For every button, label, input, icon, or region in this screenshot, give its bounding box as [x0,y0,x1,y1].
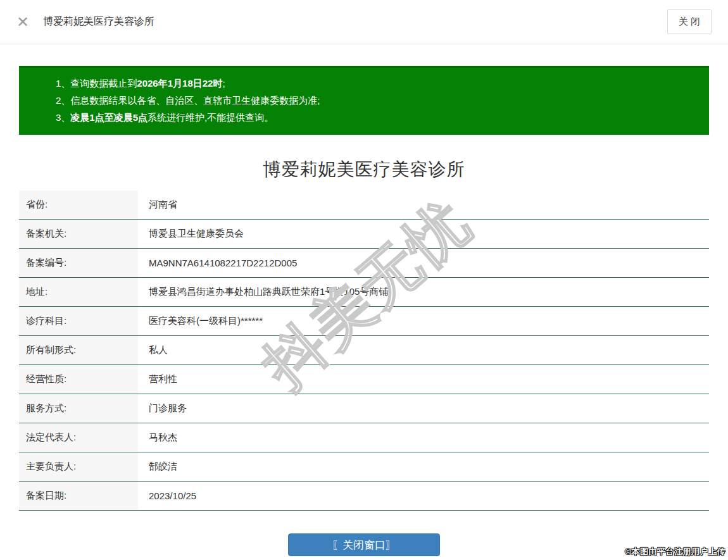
notice-line-2: 2、信息数据结果以各省、自治区、直辖市卫生健康委数据为准; [56,92,696,109]
row-label: 省份: [19,190,138,219]
notice-line-1-bold: 2026年1月18日22时 [137,78,222,89]
row-label: 主要负责人: [19,452,138,481]
notice-line-1-text: 查询数据截止到 [70,78,137,89]
notice-line-3-post: 系统进行维护,不能提供查询。 [147,112,273,123]
row-value: 郜皎洁 [138,461,709,473]
row-label: 备案日期: [19,482,138,510]
table-row-filing-number: 备案编号: MA9NN7A6141082217D2212D005 [19,249,709,278]
notice-line-1: 1、查询数据截止到2026年1月18日22时; [56,75,696,92]
table-row-business-nature: 经营性质: 营利性 [19,365,709,394]
table-row-legal-representative: 法定代表人: 马秋杰 [19,423,709,452]
row-value: 河南省 [138,199,709,211]
row-value: 私人 [138,344,709,356]
notice-line-2-text: 信息数据结果以各省、自治区、直辖市卫生健康委数据为准; [70,95,320,106]
row-label: 地址: [19,278,138,306]
table-row-province: 省份: 河南省 [19,190,709,220]
row-label: 服务方式: [19,394,138,423]
row-label: 经营性质: [19,365,138,394]
close-window-button[interactable]: 〖关闭窗口〗 [288,533,440,556]
row-label: 所有制形式: [19,336,138,364]
row-value: 马秋杰 [138,432,709,444]
notice-line-1-num: 1、 [56,78,70,89]
notice-line-3: 3、凌晨1点至凌晨5点系统进行维护,不能提供查询。 [56,109,696,126]
row-label: 备案机关: [19,220,138,248]
row-value: 营利性 [138,373,709,385]
row-label: 诊疗科目: [19,307,138,335]
notice-banner: 1、查询数据截止到2026年1月18日22时; 2、信息数据结果以各省、自治区、… [19,66,709,135]
row-value: 2023/10/25 [138,490,709,501]
notice-line-3-num: 3、 [56,112,70,123]
table-row-filing-date: 备案日期: 2023/10/25 [19,482,709,511]
row-label: 备案编号: [19,249,138,277]
table-row-service-mode: 服务方式: 门诊服务 [19,394,709,423]
row-value: MA9NN7A6141082217D2212D005 [138,258,709,268]
table-row-departments: 诊疗科目: 医疗美容科(一级科目)****** [19,307,709,336]
notice-line-2-num: 2、 [56,95,70,106]
notice-line-3-bold: 凌晨1点至凌晨5点 [70,112,147,123]
row-value: 博爱县卫生健康委员会 [138,228,709,240]
window-title: 博爱莉妮美医疗美容诊所 [43,15,667,28]
table-row-ownership: 所有制形式: 私人 [19,336,709,365]
record-table: 省份: 河南省 备案机关: 博爱县卫生健康委员会 备案编号: MA9NN7A61… [19,190,709,511]
top-bar: ✕ 博爱莉妮美医疗美容诊所 关 闭 [0,0,728,44]
page-title: 博爱莉妮美医疗美容诊所 [0,158,728,182]
row-value: 门诊服务 [138,402,709,414]
upload-credit-watermark: ©本图由平台注册用户上传 [625,546,725,557]
close-icon[interactable]: ✕ [16,15,29,30]
table-row-principal: 主要负责人: 郜皎洁 [19,452,709,482]
row-label: 法定代表人: [19,423,138,452]
row-value: 医疗美容科(一级科目)****** [138,315,709,327]
row-value: 博爱县鸿昌街道办事处柏山路典跃世荣府1号楼105号商铺 [138,286,709,298]
close-button[interactable]: 关 闭 [667,9,712,34]
notice-line-1-post: ; [222,78,225,89]
table-row-filing-authority: 备案机关: 博爱县卫生健康委员会 [19,220,709,249]
table-row-address: 地址: 博爱县鸿昌街道办事处柏山路典跃世荣府1号楼105号商铺 [19,278,709,307]
